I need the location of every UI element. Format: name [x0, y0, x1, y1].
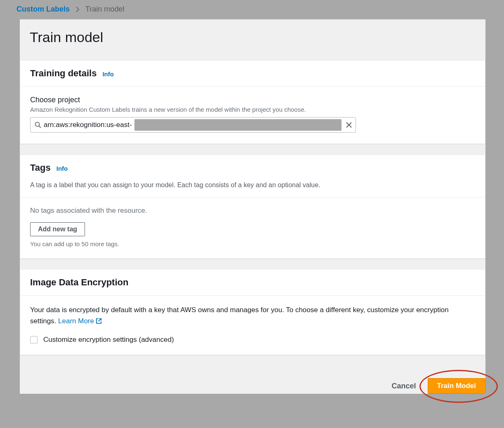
footer-actions: Cancel Train Model	[20, 366, 485, 394]
breadcrumb: Custom Labels Train model	[0, 0, 504, 19]
svg-line-1	[39, 126, 41, 128]
encryption-heading: Image Data Encryption	[30, 277, 128, 288]
panel-encryption: Image Data Encryption Your data is encry…	[20, 269, 485, 355]
tags-subtext: A tag is a label that you can assign to …	[30, 181, 475, 190]
breadcrumb-root-link[interactable]: Custom Labels	[16, 5, 70, 14]
panel-tags: Tags Info A tag is a label that you can …	[20, 155, 485, 259]
choose-project-description: Amazon Rekognition Custom Labels trains …	[30, 106, 475, 113]
project-arn-visible: arn:aws:rekognition:us-east-	[44, 121, 134, 129]
page-container: Train model Training details Info Choose…	[20, 19, 485, 394]
choose-project-select[interactable]: arn:aws:rekognition:us-east-	[30, 117, 356, 133]
add-new-tag-button[interactable]: Add new tag	[30, 222, 85, 236]
tags-hint: You can add up to 50 more tags.	[30, 240, 475, 247]
tags-info-link[interactable]: Info	[57, 165, 68, 172]
tags-heading: Tags	[30, 162, 51, 173]
breadcrumb-current: Train model	[85, 5, 124, 14]
clear-project-icon[interactable]	[346, 122, 352, 128]
page-title: Train model	[30, 29, 476, 45]
encryption-learn-more-link[interactable]: Learn More	[58, 316, 102, 327]
page-header: Train model	[20, 19, 485, 60]
train-model-button[interactable]: Train Model	[428, 378, 485, 394]
customize-encryption-label: Customize encryption settings (advanced)	[43, 336, 174, 344]
training-info-link[interactable]: Info	[102, 71, 114, 78]
svg-point-0	[35, 122, 40, 127]
search-icon	[35, 122, 41, 128]
cancel-button[interactable]: Cancel	[386, 379, 422, 394]
panel-training-details: Training details Info Choose project Ama…	[20, 60, 485, 144]
project-arn-redacted	[134, 119, 341, 131]
external-link-icon	[96, 318, 102, 324]
choose-project-label: Choose project	[30, 96, 475, 104]
svg-line-4	[99, 319, 101, 322]
customize-encryption-checkbox[interactable]	[30, 336, 38, 343]
chevron-right-icon	[75, 7, 80, 12]
training-details-heading: Training details	[30, 68, 97, 79]
tags-empty-message: No tags associated with the resource.	[30, 207, 475, 215]
encryption-description: Your data is encrypted by default with a…	[30, 305, 475, 327]
